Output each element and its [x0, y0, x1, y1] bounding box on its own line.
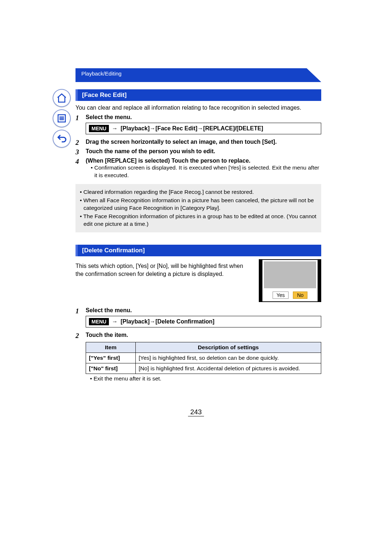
list-icon [56, 113, 67, 124]
section1-intro: You can clear and replace all informatio… [75, 104, 321, 112]
dialog-preview-area [264, 261, 316, 288]
nav-toc-button[interactable] [53, 109, 71, 127]
after-table-note: • Exit the menu after it is set. [90, 375, 321, 382]
dialog-yes-button: Yes [273, 292, 289, 299]
notes-box: • Cleared information regarding the [Fac… [75, 184, 321, 232]
back-arrow-icon [56, 133, 67, 144]
settings-table: Item Description of settings ["Yes" firs… [86, 342, 321, 374]
nav-sidebar [53, 89, 73, 150]
home-icon [56, 93, 67, 103]
s2-step1: 1 Select the menu. MENU → [Playback]→[De… [75, 307, 321, 330]
breadcrumb: Playback/Editing [81, 70, 122, 77]
confirmation-dialog-illustration: Yes No [259, 259, 321, 302]
arrow-icon: → [112, 125, 118, 132]
dialog-no-button: No [293, 292, 307, 299]
nav-back-button[interactable] [53, 130, 71, 148]
s1-step2: 2 Drag the screen horizontally to select… [75, 139, 321, 147]
s1-step1: 1 Select the menu. MENU → [Playback]→[Fa… [75, 114, 321, 137]
page-number: 243 [0, 408, 392, 416]
arrow-icon: → [112, 318, 118, 325]
section-header-face-rec-edit: [Face Rec Edit] [75, 89, 321, 101]
table-row: ["Yes" first] [Yes] is highlighted first… [86, 353, 321, 363]
table-header-desc: Description of settings [136, 342, 321, 353]
menu-path-box: MENU → [Playback]→[Face Rec Edit]→[REPLA… [86, 123, 321, 134]
table-header-item: Item [86, 342, 136, 353]
table-row: ["No" first] [No] is highlighted first. … [86, 363, 321, 374]
section-header-delete-confirmation: [Delete Confirmation] [75, 245, 321, 256]
s1-step4: 4 (When [REPLACE] is selected) Touch the… [75, 158, 321, 179]
s1-step3: 3 Touch the name of the person you wish … [75, 148, 321, 156]
s2-step2: 2 Touch the item. [75, 332, 321, 340]
menu-tag: MENU [89, 318, 109, 325]
menu-tag: MENU [89, 125, 109, 132]
section2-intro: This sets which option, [Yes] or [No], w… [75, 262, 252, 300]
menu-path-box: MENU → [Playback]→[Delete Confirmation] [86, 316, 321, 327]
breadcrumb-banner: Playback/Editing [75, 68, 321, 82]
nav-home-button[interactable] [53, 89, 71, 107]
